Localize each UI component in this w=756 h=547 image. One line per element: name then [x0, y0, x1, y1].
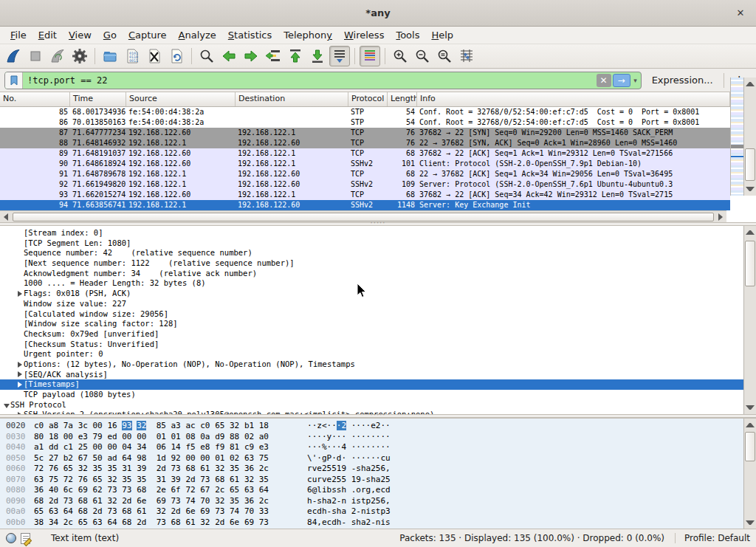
detail-tree-row[interactable]: Flags: 0x018 (PSH, ACK): [0, 289, 743, 299]
detail-tree-row[interactable]: [TCP Segment Len: 1080]: [0, 238, 743, 249]
capture-comment-icon[interactable]: [21, 533, 30, 544]
hex-bytes[interactable]: 38 34 2c 65 63 64 68 2d 73 68 61 32 2d 6…: [34, 517, 294, 529]
hex-row[interactable]: 0020c0 a8 7a 3c 00 16 93 32 85 a3 ac c0 …: [0, 421, 743, 432]
column-header-protocol[interactable]: Protocol: [348, 92, 388, 106]
hex-bytes[interactable]: 68 2d 73 68 61 32 2d 6e 69 73 74 70 32 3…: [34, 496, 294, 507]
profile-status[interactable]: Profile: Default: [676, 533, 750, 543]
detail-tree-row[interactable]: [Timestamps]: [0, 379, 743, 390]
column-header-time[interactable]: Time: [70, 92, 126, 106]
detail-tree-row[interactable]: Urgent pointer: 0: [0, 349, 743, 359]
detail-tree-row[interactable]: Sequence number: 42 (relative sequence n…: [0, 248, 743, 258]
hex-ascii[interactable]: rve25519 -sha256,: [307, 464, 391, 475]
detail-tree-row[interactable]: TCP payload (1080 bytes): [0, 390, 743, 400]
hex-row[interactable]: 0040a1 dd c1 25 00 00 04 34 06 14 f5 e8 …: [0, 442, 743, 453]
packet-row[interactable]: 9371.662015274192.168.122.60192.168.122.…: [0, 190, 730, 200]
go-bottom-button[interactable]: [307, 46, 328, 66]
menu-go[interactable]: Go: [97, 27, 123, 43]
detail-tree-row[interactable]: SSH Protocol: [0, 400, 743, 410]
display-filter-input[interactable]: [23, 75, 597, 86]
hex-ascii[interactable]: 84,ecdh- sha2-nis: [307, 517, 391, 529]
hex-ascii[interactable]: \'·gP·d· ······cu: [307, 453, 391, 464]
packet-row[interactable]: 9171.648789678192.168.122.1192.168.122.6…: [0, 169, 730, 179]
hex-row[interactable]: 003080 18 00 e3 79 ed 00 00 01 01 08 0a …: [0, 432, 743, 443]
detail-tree-row[interactable]: Checksum: 0x79ed [unverified]: [0, 329, 743, 340]
pane-splitter[interactable]: [0, 222, 756, 226]
zoom-in-button[interactable]: [390, 46, 410, 66]
column-header-destination[interactable]: Destination: [236, 92, 348, 106]
hex-row[interactable]: 00b038 34 2c 65 63 64 68 2d 73 68 61 32 …: [0, 517, 743, 529]
hex-ascii[interactable]: ecdh-sha 2-nistp3: [307, 506, 391, 517]
hex-bytes[interactable]: 72 76 65 32 35 35 31 39 2d 73 68 61 32 3…: [34, 464, 294, 475]
go-forward-button[interactable]: [241, 46, 261, 66]
packet-row[interactable]: 8670.013850163fe:54:00:d4:38:2aSTP54Conf…: [0, 117, 730, 128]
scroll-down-icon[interactable]: [746, 187, 755, 191]
menu-tools[interactable]: Tools: [390, 27, 425, 43]
expert-info-icon[interactable]: [6, 533, 16, 543]
hex-bytes[interactable]: 65 63 64 68 2d 73 68 61 32 2d 6e 69 73 7…: [34, 506, 294, 517]
detail-tree-row[interactable]: [Checksum Status: Unverified]: [0, 340, 743, 350]
hex-row[interactable]: 008036 40 6c 69 62 73 73 68 2e 6f 72 67 …: [0, 485, 743, 496]
auto-scroll-toggle[interactable]: [329, 46, 350, 66]
scroll-up-icon[interactable]: [746, 423, 755, 427]
scroll-up-icon[interactable]: [746, 230, 755, 235]
packet-row[interactable]: 8971.648191037192.168.122.60192.168.122.…: [0, 148, 730, 159]
filter-history-dropdown[interactable]: ▾: [630, 77, 641, 84]
capture-stop-button[interactable]: [25, 46, 46, 66]
detail-tree-row[interactable]: Options: (12 bytes), No-Operation (NOP),…: [0, 359, 743, 370]
reload-file-button[interactable]: [166, 46, 187, 66]
scroll-left-icon[interactable]: [4, 213, 8, 221]
scroll-down-icon[interactable]: [746, 405, 755, 410]
hex-ascii[interactable]: ····y··· ········: [307, 432, 391, 443]
go-to-packet-button[interactable]: [263, 46, 284, 66]
column-header-info[interactable]: Info: [417, 92, 730, 106]
detail-tree-row[interactable]: Window size value: 227: [0, 299, 743, 309]
menu-capture[interactable]: Capture: [123, 27, 173, 43]
hex-ascii[interactable]: ··z<···2 ····e2··: [307, 421, 391, 432]
packet-row[interactable]: 8871.648146932192.168.122.1192.168.122.6…: [0, 138, 730, 148]
zoom-original-button[interactable]: [434, 46, 455, 66]
detail-vscrollbar[interactable]: [743, 226, 756, 414]
scrollbar-thumb[interactable]: [745, 148, 755, 181]
scrollbar-thumb[interactable]: [745, 241, 755, 286]
detail-tree-row[interactable]: 1000 .... = Header Length: 32 bytes (8): [0, 278, 743, 289]
packet-row[interactable]: 9071.648618924192.168.122.60192.168.122.…: [0, 159, 730, 169]
hex-bytes[interactable]: 63 75 72 76 65 32 35 35 31 39 2d 73 68 6…: [34, 475, 294, 486]
packet-minimap-scrollbar[interactable]: [730, 78, 743, 196]
hex-ascii[interactable]: h-sha2-n istp256,: [307, 496, 391, 507]
menu-wireless[interactable]: Wireless: [338, 27, 390, 43]
scroll-right-icon[interactable]: [718, 213, 723, 221]
packet-list-hscrollbar[interactable]: [0, 210, 726, 222]
zoom-out-button[interactable]: [412, 46, 433, 66]
filter-apply-button[interactable]: →: [613, 74, 630, 87]
column-header-no[interactable]: No.: [0, 92, 70, 106]
detail-tree-row[interactable]: [Window size scaling factor: 128]: [0, 319, 743, 329]
filter-bookmark-button[interactable]: [5, 72, 23, 89]
close-window-icon[interactable]: ✕: [734, 7, 747, 20]
column-header-source[interactable]: Source: [126, 92, 236, 106]
menu-analyze[interactable]: Analyze: [173, 27, 222, 43]
scroll-down-icon[interactable]: [746, 520, 755, 525]
packet-row[interactable]: 9271.661949820192.168.122.1192.168.122.6…: [0, 179, 730, 190]
packet-row[interactable]: 8771.647777234192.168.122.60192.168.122.…: [0, 128, 730, 138]
menu-help[interactable]: Help: [425, 27, 459, 43]
hex-bytes[interactable]: c0 a8 7a 3c 00 16 93 32 85 a3 ac c0 65 3…: [34, 421, 294, 432]
hex-row[interactable]: 007063 75 72 76 65 32 35 35 31 39 2d 73 …: [0, 475, 743, 486]
hex-bytes[interactable]: 5c 27 b2 67 50 ad 64 98 1d 92 00 00 01 0…: [34, 453, 294, 464]
pane-splitter[interactable]: [0, 414, 756, 418]
column-header-length[interactable]: Length: [388, 92, 417, 106]
scroll-up-icon[interactable]: [746, 82, 755, 86]
detail-tree-row[interactable]: [Next sequence number: 1122 (relative se…: [0, 258, 743, 269]
hex-row[interactable]: 00505c 27 b2 67 50 ad 64 98 1d 92 00 00 …: [0, 453, 743, 464]
filter-clear-button[interactable]: ✕: [597, 74, 611, 87]
go-back-button[interactable]: [219, 46, 239, 66]
hex-row[interactable]: 00a065 63 64 68 2d 73 68 61 32 2d 6e 69 …: [0, 506, 743, 517]
hex-bytes[interactable]: 36 40 6c 69 62 73 73 68 2e 6f 72 67 2c 6…: [34, 485, 294, 496]
go-top-button[interactable]: [285, 46, 306, 66]
hex-ascii[interactable]: ···%···4 ········: [307, 442, 391, 453]
detail-tree-row[interactable]: [Stream index: 0]: [0, 228, 743, 238]
detail-tree-row[interactable]: [SEQ/ACK analysis]: [0, 370, 743, 380]
expression-button[interactable]: Expression...: [645, 75, 721, 86]
detail-tree-row[interactable]: Acknowledgment number: 34 (relative ack …: [0, 269, 743, 279]
hex-bytes[interactable]: a1 dd c1 25 00 00 04 34 06 14 f5 e8 f9 8…: [34, 442, 294, 453]
scrollbar-thumb[interactable]: [13, 213, 714, 221]
